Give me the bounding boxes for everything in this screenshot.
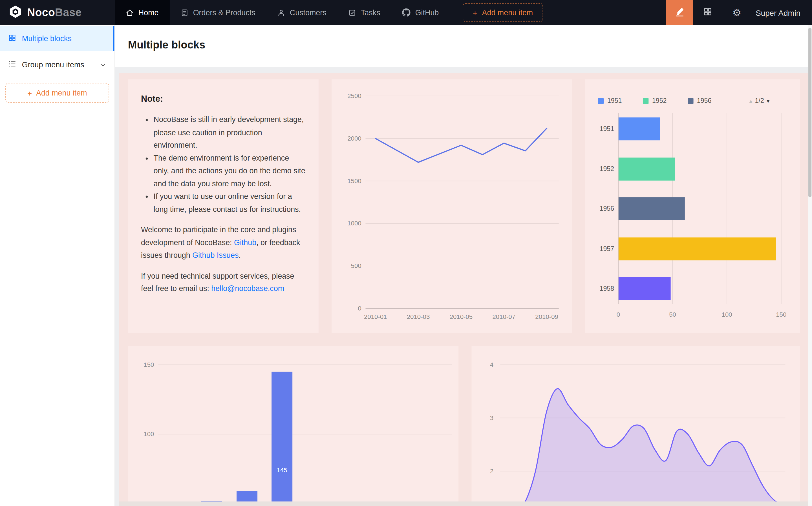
customers-icon (277, 9, 285, 17)
nav-item-label: Orders & Products (193, 8, 255, 17)
legend-label: 1956 (697, 97, 712, 104)
github-issues-link[interactable]: Github Issues (192, 251, 238, 259)
legend-item-1956[interactable]: 1956 (688, 97, 712, 104)
line-chart: 050010001500200025002010-012010-032010-0… (331, 79, 572, 333)
svg-text:1951: 1951 (600, 125, 614, 133)
area-chart: 234 (471, 346, 800, 506)
tasks-icon (348, 9, 356, 17)
vertical-scrollbar[interactable] (808, 25, 812, 506)
page-title: Multiple blocks (128, 38, 205, 51)
nav-item-github[interactable]: GitHub (391, 0, 450, 25)
svg-text:500: 500 (351, 262, 361, 269)
svg-text:100: 100 (722, 311, 732, 318)
svg-text:2000: 2000 (347, 135, 361, 142)
note-bullet: If you want to use our online version fo… (154, 190, 306, 216)
navbar-right-actions: ⚙ Super Admin (666, 0, 812, 25)
sidebar-add-menu-item-button[interactable]: + Add menu item (5, 83, 109, 102)
svg-text:1952: 1952 (600, 165, 614, 172)
brand[interactable]: NocoBase (0, 0, 115, 25)
nav-add-menu-item-label: Add menu item (482, 8, 533, 17)
legend-item-1951[interactable]: 1951 (598, 97, 622, 104)
github-link[interactable]: Github (234, 238, 256, 247)
sidebar-item-label: Multiple blocks (22, 34, 72, 43)
bar-chart-block[interactable]: 50100150145 (128, 346, 458, 506)
sidebar: Multiple blocks Group menu items + Add m… (0, 25, 115, 506)
svg-text:150: 150 (776, 311, 786, 318)
email-link[interactable]: hello@nocobase.com (211, 284, 284, 293)
horizontal-scrollbar[interactable] (119, 502, 808, 506)
highlighter-icon (674, 6, 684, 19)
note-bullet-list: NocoBase is still in early development s… (154, 113, 306, 216)
svg-text:4: 4 (490, 361, 494, 368)
area-chart-block[interactable]: 234 (471, 346, 800, 506)
nav-add-menu-item-button[interactable]: + Add menu item (463, 3, 543, 22)
svg-text:0: 0 (358, 305, 361, 312)
vertical-scrollbar-thumb[interactable] (808, 28, 811, 197)
svg-text:2010-09: 2010-09 (535, 313, 558, 320)
svg-text:100: 100 (144, 430, 154, 437)
svg-text:2010-05: 2010-05 (450, 313, 473, 320)
svg-text:3: 3 (490, 414, 494, 421)
ui-editor-toggle-button[interactable] (666, 0, 693, 25)
note-heading: Note: (141, 94, 305, 104)
sidebar-item-label: Group menu items (22, 61, 84, 69)
main-content: Multiple blocks Note: NocoBase is still … (115, 25, 812, 506)
legend-pager: ▲ 1/2 ▼ (748, 97, 771, 104)
horizontal-bar-chart-block[interactable]: 1951 1952 1956 ▲ 1/2 ▼ (585, 79, 800, 333)
svg-text:0: 0 (616, 311, 620, 318)
orders-icon (180, 9, 188, 17)
svg-text:2: 2 (490, 468, 494, 475)
sidebar-add-menu-item-label: Add menu item (36, 89, 87, 97)
nav-item-label: Home (138, 8, 159, 17)
svg-text:1500: 1500 (347, 177, 361, 184)
svg-text:1957: 1957 (600, 245, 614, 252)
nav-item-label: Tasks (361, 8, 380, 17)
blocks-grid-icon (8, 34, 16, 43)
nav-item-home[interactable]: Home (115, 0, 169, 25)
legend-page-up-icon[interactable]: ▲ (748, 98, 753, 103)
svg-text:2500: 2500 (347, 92, 361, 99)
svg-text:1958: 1958 (600, 285, 614, 292)
bar-chart: 50100150145 (128, 346, 458, 506)
nav-item-label: Customers (290, 8, 326, 17)
gear-icon: ⚙ (733, 8, 741, 17)
plugins-grid-button[interactable] (693, 0, 722, 25)
horizontal-bar-chart: 05010015019511952195619571958 (585, 108, 800, 333)
note-bullet: NocoBase is still in early development s… (154, 113, 306, 152)
note-paragraph-contribute: Welcome to participate in the core and p… (141, 224, 305, 262)
legend-item-1952[interactable]: 1952 (643, 97, 667, 104)
legend-swatch (598, 98, 604, 103)
note-bullet: The demo environment is for experience o… (154, 152, 306, 190)
nocobase-logo-icon (8, 4, 22, 20)
legend-page-indicator: 1/2 (755, 97, 764, 104)
svg-text:1956: 1956 (600, 205, 614, 212)
chart-legend: 1951 1952 1956 ▲ 1/2 ▼ (598, 96, 771, 105)
svg-text:1000: 1000 (347, 220, 361, 227)
user-menu[interactable]: Super Admin (751, 0, 812, 25)
legend-page-down-icon[interactable]: ▼ (765, 98, 770, 103)
sidebar-item-group-menu-items[interactable]: Group menu items (0, 52, 115, 77)
nav-item-label: GitHub (415, 8, 439, 17)
brand-name: NocoBase (27, 6, 81, 19)
legend-label: 1951 (607, 97, 622, 104)
nav-item-customers[interactable]: Customers (266, 0, 337, 25)
top-navbar: NocoBase Home Orders & Products Customer… (0, 0, 812, 25)
note-paragraph-support: If you need technical support services, … (141, 270, 305, 295)
svg-text:2010-07: 2010-07 (493, 313, 516, 320)
app-root: NocoBase Home Orders & Products Customer… (0, 0, 812, 506)
list-icon (8, 60, 16, 69)
blocks-area: Note: NocoBase is still in early develop… (119, 73, 808, 506)
user-name-label: Super Admin (756, 8, 800, 17)
settings-button[interactable]: ⚙ (722, 0, 752, 25)
legend-swatch (643, 98, 649, 103)
markdown-note-block[interactable]: Note: NocoBase is still in early develop… (128, 79, 318, 333)
svg-text:2010-03: 2010-03 (407, 313, 430, 320)
svg-text:2010-01: 2010-01 (364, 313, 387, 320)
nav-item-orders-products[interactable]: Orders & Products (169, 0, 266, 25)
grid-icon (703, 7, 712, 18)
sidebar-item-multiple-blocks[interactable]: Multiple blocks (0, 26, 115, 51)
svg-text:150: 150 (144, 361, 154, 368)
svg-text:145: 145 (277, 467, 287, 474)
nav-item-tasks[interactable]: Tasks (338, 0, 391, 25)
line-chart-block[interactable]: 050010001500200025002010-012010-032010-0… (331, 79, 572, 333)
